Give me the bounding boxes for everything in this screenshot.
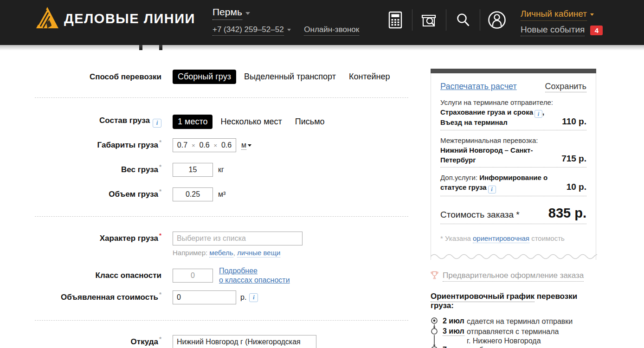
timeline-step-2: 3 июл отправляется с терминалаг. Нижнего… — [443, 327, 559, 346]
phone-link[interactable]: +7 (342) 259–52–52 — [213, 25, 284, 36]
save-calculation-link[interactable]: Сохранить — [545, 82, 586, 92]
approximate-cost-note: * Указана ориентировочная стоимость — [440, 234, 586, 253]
transport-method-label: Способ перевозки — [35, 72, 161, 82]
dimensions-unit-dropdown[interactable]: м — [241, 141, 251, 149]
dimensions-label: Габариты груза* — [35, 141, 161, 150]
calculation-sidebar: Распечатать расчет Сохранить Услуги на т… — [431, 69, 596, 348]
volume-row: Объем груза* м³ — [35, 187, 408, 201]
tab-groupage-cargo[interactable]: Сборный груз — [173, 70, 236, 84]
dimensions-input[interactable]: 0.7 × 0.6 × 0.6 — [173, 138, 236, 152]
timeline-markers — [431, 317, 439, 348]
preorder-row: Предварительное оформление заказа — [431, 271, 596, 282]
city-selector[interactable]: Пермь — [213, 6, 242, 20]
info-icon[interactable]: i — [249, 293, 258, 302]
print-calculation-link[interactable]: Распечатать расчет — [440, 82, 517, 91]
calculator-icon[interactable] — [385, 9, 406, 31]
service-item-interterminal: Межтерминальная перевозка: Нижний Новгор… — [440, 136, 586, 168]
new-events-link[interactable]: Новые события — [521, 25, 585, 36]
dim-height[interactable]: 0.6 — [221, 141, 232, 149]
transport-method-tabs: Сборный груз Выделенный транспорт Контей… — [173, 70, 395, 84]
service-item-additional: Доп.услуги: Информирование о статусе гру… — [440, 173, 586, 196]
divider — [446, 9, 446, 31]
dim-length[interactable]: 0.7 — [177, 141, 187, 149]
declared-value-label: Объявленная стоимость* — [35, 293, 161, 302]
search-icon[interactable] — [453, 9, 473, 31]
track-order-icon[interactable] — [419, 9, 439, 31]
transport-method-row: Способ перевозки Сборный груз Выделенный… — [35, 70, 408, 84]
origin-input[interactable] — [173, 335, 316, 348]
preorder-link[interactable]: Предварительное оформление заказа — [443, 271, 584, 282]
cargo-composition-tabs: 1 место Несколько мест Письмо — [173, 115, 330, 129]
brand-logo[interactable]: ДЕЛОВЫЕ ЛИНИИ — [36, 7, 195, 30]
header-icons — [385, 9, 507, 31]
tab-one-place[interactable]: 1 место — [173, 115, 213, 129]
cargo-type-label: Характер груза* — [35, 234, 161, 243]
volume-unit: м³ — [218, 190, 225, 199]
divider — [480, 9, 480, 31]
trophy-icon — [431, 271, 438, 282]
chevron-down-icon — [590, 13, 594, 16]
danger-class-details-link[interactable]: Подробнее о классах опасности — [219, 266, 290, 285]
city-block: Пермь +7 (342) 259–52–52 Онлайн-звонок — [213, 6, 359, 36]
origin-label: Откуда* — [35, 337, 161, 347]
cargo-type-row: Характер груза* — [35, 232, 408, 245]
chevron-down-icon — [287, 29, 291, 31]
events-count-badge: 4 — [590, 26, 603, 35]
danger-class-input[interactable] — [173, 269, 213, 283]
weight-label: Вес груза* — [35, 165, 161, 174]
page-heading-fragment — [159, 45, 162, 50]
service-price: 715 р. — [561, 153, 586, 165]
service-price: 10 р. — [567, 181, 586, 193]
times-sign: × — [213, 142, 217, 149]
times-sign: × — [192, 142, 195, 149]
chevron-down-icon — [248, 144, 251, 147]
service-item-terminal: Услуги на терминале отправителе: Страхов… — [440, 98, 586, 130]
brand-name: ДЕЛОВЫЕ ЛИНИИ — [64, 11, 195, 26]
divider — [412, 9, 412, 31]
user-avatar-icon[interactable] — [487, 9, 507, 31]
cargo-type-hint: Например: мебель, личные вещи — [173, 249, 280, 257]
schedule-title: Ориентировочный график перевозки груза: — [431, 292, 596, 310]
info-icon[interactable]: i — [488, 186, 496, 193]
cargo-composition-row: Состав грузаi 1 место Несколько мест Пис… — [35, 115, 408, 129]
tab-container[interactable]: Контейнер — [344, 70, 395, 84]
declared-value-input[interactable] — [173, 290, 236, 304]
volume-input[interactable] — [173, 187, 213, 201]
torn-edge-decoration — [431, 253, 597, 260]
account-block: Личный кабинет Новые события 4 — [521, 9, 603, 36]
dim-width[interactable]: 0.6 — [199, 141, 209, 149]
separator — [35, 97, 408, 98]
approximate-link[interactable]: ориентировочная — [473, 234, 529, 243]
top-header: ДЕЛОВЫЕ ЛИНИИ Пермь +7 (342) 259–52–52 О… — [0, 0, 644, 45]
tab-letter[interactable]: Письмо — [290, 115, 330, 129]
danger-class-label: Класс опасности — [35, 271, 161, 280]
weight-input[interactable] — [173, 163, 213, 177]
danger-class-row: Класс опасности Подробнее о классах опас… — [35, 266, 408, 285]
declared-value-unit: р. — [240, 293, 246, 302]
info-icon[interactable]: i — [535, 110, 542, 118]
delivery-timeline: 2 июл сдается на терминал отправки 3 июл… — [431, 317, 596, 348]
tab-several-places[interactable]: Несколько мест — [215, 115, 287, 129]
brand-triangle-icon — [36, 7, 58, 30]
weight-row: Вес груза* кг — [35, 163, 408, 177]
separator — [35, 320, 408, 321]
hint-link-furniture[interactable]: мебель — [209, 249, 233, 258]
chevron-down-icon — [245, 12, 250, 15]
dimensions-row: Габариты груза* 0.7 × 0.6 × 0.6 м — [35, 138, 408, 152]
info-icon[interactable]: i — [153, 119, 161, 128]
origin-row: Откуда* — [35, 335, 408, 348]
order-total-row: Стоимость заказа * 835 р. — [440, 206, 586, 224]
separator — [35, 216, 408, 217]
online-call-link[interactable]: Онлайн-звонок — [304, 25, 359, 36]
timeline-step-1: 2 июл сдается на терминал отправки — [443, 317, 573, 326]
weight-unit: кг — [218, 166, 224, 174]
timeline-step-3: 7 июл прибывает на терминалг. Санкт-Пете… — [443, 346, 550, 348]
hint-link-personal-items[interactable]: личные вещи — [237, 249, 280, 258]
page-heading-fragment — [139, 45, 142, 50]
cargo-composition-label: Состав грузаi — [35, 116, 161, 128]
declared-value-row: Объявленная стоимость* р. i — [35, 290, 408, 304]
cargo-type-input[interactable] — [173, 232, 303, 245]
volume-label: Объем груза* — [35, 190, 161, 199]
tab-dedicated-transport[interactable]: Выделенный транспорт — [239, 70, 341, 84]
personal-account-link[interactable]: Личный кабинет — [521, 9, 587, 21]
